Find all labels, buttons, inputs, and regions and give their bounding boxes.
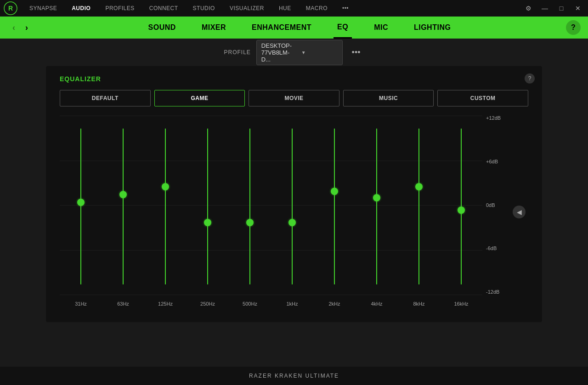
slider-thumb-4[interactable]	[246, 219, 254, 226]
tab-bar: SOUND MIXER ENHANCEMENT EQ MIC LIGHTING	[33, 17, 566, 39]
preset-game-button[interactable]: GAME	[154, 90, 245, 106]
slider-track-6[interactable]	[334, 128, 335, 285]
device-name: RAZER KRAKEN ULTIMATE	[249, 373, 339, 379]
db-label-neg12: -12dB	[486, 290, 510, 295]
eq-sliders: 31Hz63Hz125Hz250Hz500Hz1kHz2kHz4kHz8kHz1…	[60, 116, 482, 308]
nav-studio[interactable]: STUDIO	[186, 0, 222, 17]
slider-label-7: 4kHz	[371, 297, 382, 308]
tab-enhancement[interactable]: ENHANCEMENT	[248, 17, 315, 39]
slider-track-area-3	[187, 116, 229, 297]
db-label-12: +12dB	[486, 116, 510, 121]
db-label-neg6: -6dB	[486, 246, 510, 251]
slider-thumb-3[interactable]	[204, 219, 211, 226]
nav-profiles[interactable]: PROFILES	[98, 0, 141, 17]
equalizer-panel: EQUALIZER ? DEFAULT GAME MOVIE MUSIC CUS…	[46, 66, 542, 322]
slider-track-4[interactable]	[249, 128, 250, 285]
equalizer-title: EQUALIZER	[60, 75, 528, 83]
eq-side-controls: ◀	[510, 116, 528, 308]
dropdown-arrow-icon: ▼	[301, 50, 338, 55]
slider-label-5: 1kHz	[286, 297, 298, 308]
slider-track-7[interactable]	[376, 128, 377, 285]
profile-dropdown[interactable]: DESKTOP-77VB8LM-D... ▼	[256, 40, 343, 65]
eq-sliders-container: 31Hz63Hz125Hz250Hz500Hz1kHz2kHz4kHz8kHz1…	[60, 116, 528, 308]
slider-label-4: 500Hz	[243, 297, 257, 308]
slider-label-6: 2kHz	[328, 297, 340, 308]
maximize-button[interactable]: □	[555, 2, 568, 15]
db-label-0: 0dB	[486, 203, 510, 208]
slider-track-3[interactable]	[207, 128, 208, 285]
slider-track-area-9	[440, 116, 482, 297]
slider-track-8[interactable]	[418, 128, 419, 285]
nav-synapse[interactable]: SYNAPSE	[22, 0, 64, 17]
profile-options-button[interactable]: •••	[348, 46, 364, 59]
slider-label-2: 125Hz	[158, 297, 173, 308]
slider-track-area-1	[102, 116, 144, 297]
preset-music-button[interactable]: MUSIC	[343, 90, 434, 106]
eq-help-button[interactable]: ?	[525, 73, 535, 84]
slider-track-area-6	[313, 116, 356, 297]
footer: RAZER KRAKEN ULTIMATE	[0, 367, 588, 385]
nav-connect[interactable]: CONNECT	[142, 0, 186, 17]
nav-more[interactable]: •••	[335, 0, 356, 17]
slider-track-5[interactable]	[292, 128, 293, 285]
tab-mixer[interactable]: MIXER	[198, 17, 230, 39]
slider-thumb-9[interactable]	[458, 206, 465, 214]
slider-track-0[interactable]	[80, 128, 81, 285]
nav-forward-arrow[interactable]: ›	[20, 21, 33, 34]
slider-label-1: 63Hz	[117, 297, 129, 308]
main-content: EQUALIZER ? DEFAULT GAME MOVIE MUSIC CUS…	[0, 66, 588, 322]
eq-reset-button[interactable]: ◀	[513, 206, 526, 218]
slider-thumb-5[interactable]	[288, 219, 296, 226]
nav-visualizer[interactable]: VISUALIZER	[222, 0, 271, 17]
slider-label-3: 250Hz	[200, 297, 215, 308]
slider-track-area-4	[229, 116, 271, 297]
slider-track-1[interactable]	[123, 128, 124, 285]
help-button[interactable]: ?	[566, 20, 581, 35]
window-controls: ⚙ — □ ✕	[522, 2, 584, 15]
slider-thumb-8[interactable]	[415, 183, 423, 190]
db-labels: +12dB +6dB 0dB -6dB -12dB	[482, 116, 510, 308]
top-navigation: R SYNAPSE AUDIO PROFILES CONNECT STUDIO …	[0, 0, 588, 17]
slider-col-31Hz: 31Hz	[60, 116, 102, 308]
slider-track-2[interactable]	[165, 128, 166, 285]
slider-col-4kHz: 4kHz	[356, 116, 398, 308]
slider-track-area-2	[144, 116, 187, 297]
slider-col-8kHz: 8kHz	[398, 116, 440, 308]
second-navigation: ‹ › SOUND MIXER ENHANCEMENT EQ MIC LIGHT…	[0, 17, 588, 39]
slider-thumb-7[interactable]	[373, 194, 380, 201]
slider-thumb-1[interactable]	[119, 191, 127, 198]
slider-track-9[interactable]	[461, 128, 462, 285]
nav-macro[interactable]: MACRO	[299, 0, 335, 17]
profile-value: DESKTOP-77VB8LM-D...	[261, 42, 298, 63]
slider-label-8: 8kHz	[413, 297, 424, 308]
nav-hue[interactable]: HUE	[271, 0, 299, 17]
slider-label-0: 31Hz	[75, 297, 87, 308]
slider-thumb-2[interactable]	[162, 183, 169, 190]
top-nav-items: SYNAPSE AUDIO PROFILES CONNECT STUDIO VI…	[22, 0, 522, 17]
preset-movie-button[interactable]: MOVIE	[249, 90, 339, 106]
slider-track-area-7	[356, 116, 398, 297]
tab-eq[interactable]: EQ	[334, 17, 352, 39]
slider-track-area-5	[271, 116, 313, 297]
nav-audio[interactable]: AUDIO	[64, 0, 98, 17]
minimize-button[interactable]: —	[538, 2, 551, 15]
slider-col-63Hz: 63Hz	[102, 116, 144, 308]
slider-track-area-8	[398, 116, 440, 297]
slider-col-1kHz: 1kHz	[271, 116, 313, 308]
tab-mic[interactable]: MIC	[370, 17, 392, 39]
close-button[interactable]: ✕	[571, 2, 584, 15]
slider-thumb-0[interactable]	[77, 199, 85, 206]
razer-logo[interactable]: R	[4, 1, 17, 15]
slider-track-area-0	[60, 116, 102, 297]
preset-custom-button[interactable]: CUSTOM	[437, 90, 528, 106]
profile-bar: PROFILE DESKTOP-77VB8LM-D... ▼ •••	[0, 39, 588, 66]
slider-thumb-6[interactable]	[331, 188, 338, 195]
profile-label: PROFILE	[224, 49, 250, 56]
tab-lighting[interactable]: LIGHTING	[410, 17, 454, 39]
settings-button[interactable]: ⚙	[522, 2, 535, 15]
nav-back-arrow[interactable]: ‹	[7, 21, 20, 34]
tab-sound[interactable]: SOUND	[145, 17, 180, 39]
slider-label-9: 16kHz	[454, 297, 468, 308]
preset-default-button[interactable]: DEFAULT	[60, 90, 151, 106]
slider-col-500Hz: 500Hz	[229, 116, 271, 308]
